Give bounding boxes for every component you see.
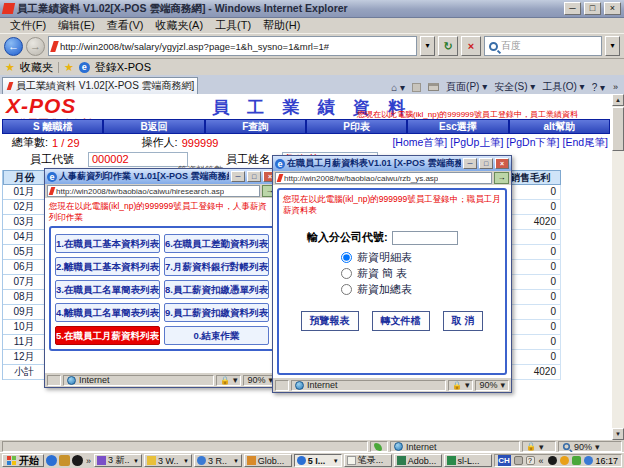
quicklaunch-chevron[interactable]: » <box>85 456 92 466</box>
popup1-protected-pane[interactable]: 🔒▾ <box>216 375 242 386</box>
menu-view[interactable]: 查看(V) <box>101 18 150 33</box>
menu-item-attendance-list[interactable]: 6.在職員工差勤資料列表 <box>164 234 269 253</box>
employee-code-field[interactable]: 000002 <box>88 152 188 167</box>
qq-tray-icon[interactable] <box>548 456 557 465</box>
scrollbar-thumb[interactable] <box>612 107 624 151</box>
popup1-restore-button[interactable]: □ <box>247 171 261 182</box>
popup2-go-button[interactable]: → <box>494 172 509 184</box>
preview-report-button[interactable]: 預覽報表 <box>301 311 359 331</box>
help-menu-button[interactable]: ? ▾ <box>592 82 605 93</box>
taskbar-button-group-2[interactable]: 3 W.. ▼ <box>144 454 192 467</box>
nav-alt-help-button[interactable]: alt幫助 <box>510 120 609 133</box>
taskbar-button-notepad[interactable]: 笔录... <box>344 454 392 467</box>
menu-item-withholding-data-list[interactable]: 9.員工薪資扣繳資料列表 <box>164 303 269 322</box>
nav-resigned-file-button[interactable]: S 離職檔 <box>3 120 102 133</box>
popup2-button-row: 預覽報表 轉文件檔 取 消 <box>283 311 501 331</box>
address-input[interactable]: http://win2008/tw/salary/ygyjzl.asp?page… <box>48 36 417 56</box>
forward-button[interactable]: → <box>26 37 45 56</box>
export-file-button[interactable]: 轉文件檔 <box>372 311 430 331</box>
popup2-restore-button[interactable]: □ <box>479 158 493 169</box>
radio-salary-detail[interactable]: 薪資明細表 <box>341 249 501 265</box>
tray-icon-blue[interactable] <box>584 456 593 465</box>
pager-end-last[interactable]: [End尾筆] <box>562 136 608 150</box>
pager-pgdn-next[interactable]: [PgDn下筆] <box>506 136 559 150</box>
help-tray-icon[interactable]: ? <box>526 456 535 465</box>
refresh-button[interactable]: ↻ <box>438 36 458 56</box>
tray-icon-green[interactable] <box>572 456 581 465</box>
radio-salary-total[interactable]: 薪資加總表 <box>341 281 501 297</box>
pager-home-first[interactable]: [Home首筆] <box>392 136 447 150</box>
page-scrollbar[interactable]: ▲ ▼ <box>612 94 624 440</box>
popup2-close-button[interactable]: × <box>495 158 509 169</box>
protected-mode-pane[interactable]: 🔒▾ <box>522 441 556 452</box>
menu-item-withholding-slip-list[interactable]: 8.員工薪資扣繳憑單列表 <box>164 280 269 299</box>
favorites-label[interactable]: 收藏夹 <box>20 60 53 75</box>
menu-item-exit[interactable]: 0.結束作業 <box>164 326 269 345</box>
zoom-pane[interactable]: 90% ▾ <box>558 441 622 452</box>
menu-item-bank-reconcile-list[interactable]: 7.月薪資料銀行對帳列表 <box>164 257 269 276</box>
tray-collapse-chevron[interactable]: « <box>538 456 545 466</box>
taskbar-button-group-1[interactable]: 3 新.. ▼ <box>94 454 142 467</box>
taskbar-button-adobe[interactable]: Adob... <box>394 454 442 467</box>
radio-salary-brief[interactable]: 薪資 簡 表 <box>341 265 501 281</box>
address-history-dropdown[interactable]: ▾ <box>420 36 435 56</box>
search-input[interactable]: 百度 <box>484 36 602 56</box>
stop-button[interactable]: × <box>461 36 481 56</box>
menu-item-active-roster-list[interactable]: 3.在職員工名單簡表列表 <box>55 280 160 299</box>
menu-item-active-basic-list[interactable]: 1.在職員工基本資料列表 <box>55 234 160 253</box>
restore-button[interactable]: □ <box>584 2 601 15</box>
qq-quicklaunch-icon[interactable] <box>72 455 83 466</box>
print-icon[interactable] <box>428 83 439 91</box>
tools-menu-button[interactable]: 工具(O) ▾ <box>542 80 584 94</box>
menu-help[interactable]: 帮助(H) <box>257 18 306 33</box>
taskbar-button-glob[interactable]: Glob... <box>244 454 292 467</box>
taskbar-button-group-3[interactable]: 3 R.. ▼ <box>194 454 242 467</box>
feed-icon[interactable] <box>412 83 421 92</box>
popup2-zoom-pane[interactable]: 90% ▾ <box>475 380 509 391</box>
taskbar-button-excel[interactable]: sl-L... <box>444 454 492 467</box>
popup1-address-input[interactable]: http://win2008/tw/baobiao/caiwu/hiresear… <box>47 185 260 197</box>
tray-icon-orange[interactable] <box>560 456 569 465</box>
popup2-address-input[interactable]: http://win2008/tw/baobiao/caiwu/rzb_ys.a… <box>275 172 492 184</box>
branch-code-input[interactable] <box>392 231 458 245</box>
back-button[interactable]: ← <box>4 37 23 56</box>
menu-item-resigned-roster-list[interactable]: 4.離職員工名單簡表列表 <box>55 303 160 322</box>
popup1-minimize-button[interactable]: ─ <box>231 171 245 182</box>
menu-file[interactable]: 文件(F) <box>4 18 52 33</box>
ie-quicklaunch-icon[interactable] <box>46 455 57 466</box>
scroll-down-arrow[interactable]: ▼ <box>612 428 624 440</box>
menu-tools[interactable]: 工具(T) <box>209 18 257 33</box>
popup2-protected-pane[interactable]: 🔒▾ <box>448 380 474 391</box>
clock[interactable]: 16:17 <box>596 456 619 466</box>
minimize-button[interactable]: ─ <box>564 2 581 15</box>
pager-pgup-prev[interactable]: [PgUp上筆] <box>450 136 503 150</box>
search-options-dropdown[interactable]: ▾ <box>605 36 620 56</box>
radio-salary-total-input[interactable] <box>341 284 352 295</box>
app-quicklaunch-icon[interactable] <box>59 455 70 466</box>
home-icon[interactable]: ⌂ ▾ <box>391 82 405 93</box>
tab-employee-performance[interactable]: 員工業績資料 V1.02[X-POS 雲端商務網] <box>2 77 198 94</box>
add-favorite-icon[interactable]: ★ <box>64 61 74 74</box>
close-button[interactable]: × <box>604 2 621 15</box>
popup2-minimize-button[interactable]: ─ <box>463 158 477 169</box>
menu-item-resigned-basic-list[interactable]: 2.離職員工基本資料列表 <box>55 257 160 276</box>
radio-salary-detail-input[interactable] <box>341 252 352 263</box>
menu-edit[interactable]: 编辑(E) <box>52 18 101 33</box>
input-language-indicator[interactable]: CH <box>498 455 511 466</box>
nav-back-button[interactable]: B返回 <box>104 120 203 133</box>
printer-tray-icon[interactable] <box>514 456 523 465</box>
safety-menu-button[interactable]: 安全(S) ▾ <box>494 80 535 94</box>
overflow-chevron[interactable]: » <box>612 82 619 92</box>
nav-esc-select-button[interactable]: Esc選擇 <box>408 120 507 133</box>
radio-salary-brief-input[interactable] <box>341 268 352 279</box>
menu-favorites[interactable]: 收藏夹(A) <box>149 18 209 33</box>
menu-item-monthly-salary-list-selected[interactable]: 5.在職員工月薪資料列表 <box>55 326 160 345</box>
cancel-button[interactable]: 取 消 <box>443 311 484 331</box>
page-menu-button[interactable]: 頁面(P) ▾ <box>446 80 487 94</box>
scroll-up-arrow[interactable]: ▲ <box>612 94 624 106</box>
start-button[interactable]: 开始 <box>2 454 44 467</box>
nav-print-button[interactable]: P印表 <box>307 120 406 133</box>
favorite-link-xpos-login[interactable]: 登錄X-POS <box>95 60 151 75</box>
nav-query-button[interactable]: F查詢 <box>206 120 305 133</box>
taskbar-button-ie-group-active[interactable]: 5 I... ▼ <box>294 454 342 467</box>
